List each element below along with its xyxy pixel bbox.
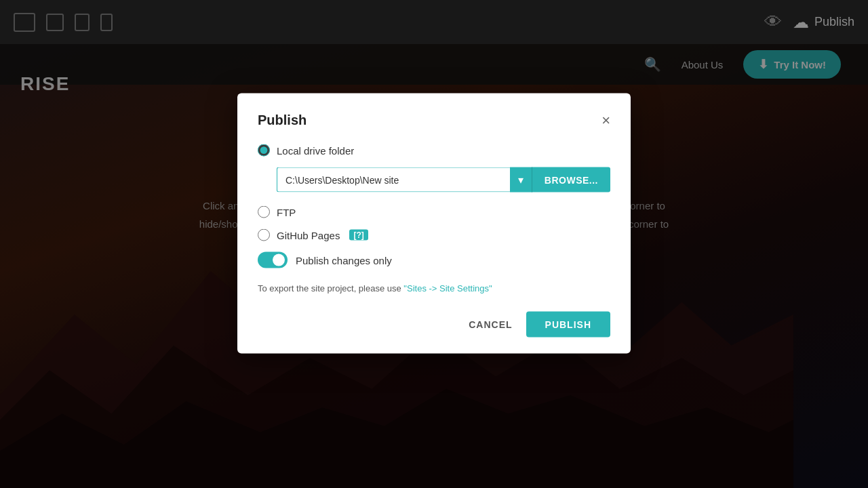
publish-button[interactable]: PUBLISH <box>526 311 610 337</box>
export-note-text: To export the site project, please use <box>258 283 403 293</box>
toggle-label: Publish changes only <box>296 254 392 266</box>
toggle-row: Publish changes only <box>258 252 610 268</box>
github-radio[interactable] <box>258 229 270 241</box>
dialog-header: Publish × <box>258 113 610 128</box>
path-dropdown-button[interactable]: ▾ <box>510 167 532 192</box>
close-dialog-button[interactable]: × <box>601 113 610 127</box>
path-row: ▾ BROWSE... <box>277 167 610 192</box>
export-note: To export the site project, please use "… <box>258 282 610 296</box>
export-link[interactable]: "Sites -> Site Settings" <box>403 283 492 293</box>
local-drive-radio[interactable] <box>258 144 270 157</box>
ftp-radio[interactable] <box>258 206 270 218</box>
local-drive-label: Local drive folder <box>277 144 354 156</box>
help-badge[interactable]: [?] <box>349 230 368 241</box>
cancel-button[interactable]: CANCEL <box>466 312 515 336</box>
github-option[interactable]: GitHub Pages [?] <box>258 229 610 241</box>
dialog-footer: CANCEL PUBLISH <box>258 311 610 337</box>
dialog-title: Publish <box>258 113 307 128</box>
publish-changes-toggle[interactable] <box>258 252 288 268</box>
local-drive-option[interactable]: Local drive folder <box>258 144 610 157</box>
ftp-option[interactable]: FTP <box>258 206 610 218</box>
ftp-label: FTP <box>277 206 296 218</box>
path-input[interactable] <box>277 167 510 192</box>
toggle-track <box>258 252 288 268</box>
browse-button[interactable]: BROWSE... <box>532 167 610 192</box>
github-label: GitHub Pages <box>277 229 340 241</box>
publish-dialog: Publish × Local drive folder ▾ BROWSE...… <box>237 94 631 354</box>
